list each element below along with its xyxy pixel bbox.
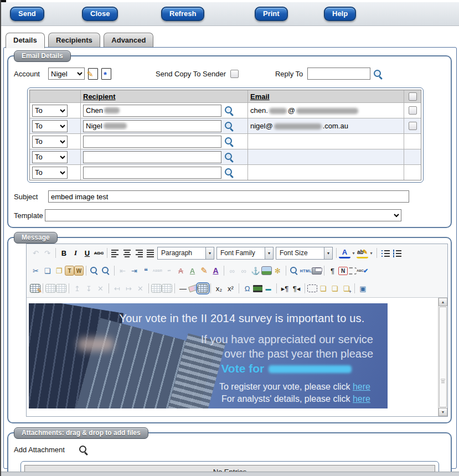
recipient-name-input[interactable] [83, 136, 221, 148]
recipient-type-select[interactable]: To [32, 105, 68, 117]
page-break-icon[interactable] [348, 267, 357, 275]
move-forward-icon[interactable]: ❏ [317, 283, 329, 294]
absolute-position-icon[interactable] [307, 284, 317, 292]
delete-row-icon[interactable]: ✕ [95, 283, 106, 294]
blockquote-icon[interactable]: ❝ [140, 265, 152, 277]
tab-details[interactable]: Details [6, 33, 45, 48]
recipient-type-select[interactable]: To [32, 136, 68, 148]
tab-recipients[interactable]: Recipients [48, 33, 100, 47]
move-backward-icon[interactable]: ❏ [329, 283, 341, 294]
send-copy-checkbox[interactable] [230, 70, 239, 78]
italic-icon[interactable]: I [70, 247, 81, 259]
indent-icon[interactable]: ⇥ [128, 265, 140, 277]
recipient-search-icon[interactable] [224, 167, 234, 178]
paste-text-icon[interactable]: T [65, 266, 74, 276]
abbreviation-icon[interactable]: ABBR [152, 265, 163, 277]
recipient-search-icon[interactable] [224, 136, 234, 147]
insert-col-before-icon[interactable]: ↤ [111, 283, 123, 294]
recipient-search-icon[interactable] [224, 105, 234, 116]
cleanup-icon[interactable]: ✻ [272, 265, 283, 277]
align-center-icon[interactable] [121, 247, 133, 259]
quotation-icon[interactable]: ❝❞ [163, 265, 175, 277]
html-source-icon[interactable]: HTML [300, 265, 312, 277]
recipient-checkbox[interactable] [409, 106, 417, 115]
visual-chars-icon[interactable]: ¶ [327, 265, 338, 277]
horizontal-rule-icon[interactable]: — [177, 283, 189, 294]
align-justify-icon[interactable] [145, 247, 156, 259]
preview-icon[interactable] [288, 265, 300, 277]
font-size-select[interactable]: Font Size▾ [276, 247, 333, 260]
media-icon[interactable] [253, 285, 262, 292]
message-body[interactable]: Your vote in the II 2014 survey is impor… [27, 298, 438, 416]
rtl-icon[interactable]: ¶◂ [291, 283, 302, 294]
send-button[interactable]: Send [10, 7, 44, 21]
visual-aid-icon[interactable] [198, 284, 208, 293]
find-icon[interactable] [89, 265, 100, 277]
merge-cells-icon[interactable] [162, 284, 172, 293]
refresh-button[interactable]: Refresh [161, 7, 204, 21]
paste-icon[interactable]: ❐ [53, 265, 65, 277]
image-icon[interactable] [261, 266, 272, 275]
bold-icon[interactable]: B [58, 247, 70, 259]
select-all-checkbox[interactable] [409, 92, 417, 101]
subject-input[interactable] [48, 190, 409, 203]
close-button[interactable]: Close [82, 7, 118, 21]
numbered-list-icon[interactable] [391, 247, 403, 259]
tab-advanced[interactable]: Advanced [104, 33, 153, 47]
paste-word-icon[interactable]: W [74, 266, 84, 276]
scroll-up-icon[interactable]: ▲ [439, 298, 447, 306]
recipient-type-select[interactable]: To [32, 120, 68, 132]
cut-icon[interactable]: ✂ [30, 265, 42, 277]
style-props-icon[interactable]: A [210, 265, 221, 277]
print-icon[interactable] [312, 267, 322, 275]
scroll-down-icon[interactable]: ▼ [439, 408, 447, 416]
edit-account-icon[interactable]: ✎ [88, 68, 98, 80]
add-attachment-search-icon[interactable] [78, 444, 89, 455]
recipient-search-icon[interactable] [224, 121, 234, 131]
register-vote-link[interactable]: here [353, 382, 370, 391]
font-color-dropdown-icon[interactable]: ▾ [350, 247, 357, 259]
underline-icon[interactable]: U [81, 247, 93, 259]
template-select[interactable] [45, 209, 401, 221]
spellcheck-icon[interactable]: ABC [357, 265, 368, 277]
highlight-color-dropdown-icon[interactable]: ▾ [368, 247, 374, 259]
nonbreaking-icon[interactable]: N [338, 267, 348, 275]
reply-to-search-icon[interactable] [373, 69, 383, 79]
recipient-name-input[interactable]: Nigel [83, 120, 221, 132]
special-char-icon[interactable]: Ω [241, 283, 253, 294]
recipient-name-input[interactable]: Chen [83, 105, 221, 117]
strikethrough-icon[interactable]: ABC [93, 247, 105, 259]
split-cells-icon[interactable] [151, 284, 162, 293]
print-button[interactable]: Print [255, 7, 288, 21]
insert-row-after-icon[interactable]: ↧ [83, 283, 95, 294]
editor-scrollbar[interactable]: ▲ ▼ [438, 298, 447, 416]
link-icon[interactable]: ∞ [226, 265, 238, 277]
find-replace-icon[interactable] [100, 265, 112, 277]
chevron-down-icon[interactable]: ▾ [324, 247, 332, 259]
outdent-icon[interactable]: ⇤ [117, 265, 128, 277]
align-left-icon[interactable] [110, 247, 121, 259]
superscript-icon[interactable]: x² [225, 283, 236, 294]
anchor-icon[interactable]: ⚓ [250, 265, 261, 277]
insert-layer-icon[interactable]: ❏ [341, 283, 352, 294]
recipient-name-input[interactable] [83, 167, 221, 179]
delete-col-icon[interactable]: ✕ [135, 283, 146, 294]
undo-icon[interactable]: ↶ [30, 247, 42, 259]
chevron-down-icon[interactable]: ▾ [205, 247, 214, 259]
bullet-list-icon[interactable] [379, 247, 391, 259]
chevron-down-icon[interactable]: ▾ [265, 247, 273, 259]
highlight-color-icon[interactable]: ab [357, 248, 368, 258]
recipient-name-input[interactable] [83, 151, 221, 163]
align-right-icon[interactable] [133, 247, 145, 259]
deletion-icon[interactable]: A [175, 265, 187, 277]
table-row-props-icon[interactable] [45, 284, 56, 293]
insert-row-before-icon[interactable]: ↥ [71, 283, 83, 294]
fullscreen-icon[interactable]: ▣ [357, 283, 369, 294]
insertion-icon[interactable]: A [187, 265, 198, 277]
insert-table-icon[interactable] [30, 284, 40, 293]
attributes-icon[interactable]: ✎ [198, 265, 210, 277]
recipient-type-select[interactable]: To [32, 151, 68, 163]
paragraph-select[interactable]: Paragraph▾ [157, 247, 214, 260]
analyst-details-link[interactable]: here [353, 394, 370, 403]
scrollbar-thumb[interactable] [439, 307, 447, 407]
